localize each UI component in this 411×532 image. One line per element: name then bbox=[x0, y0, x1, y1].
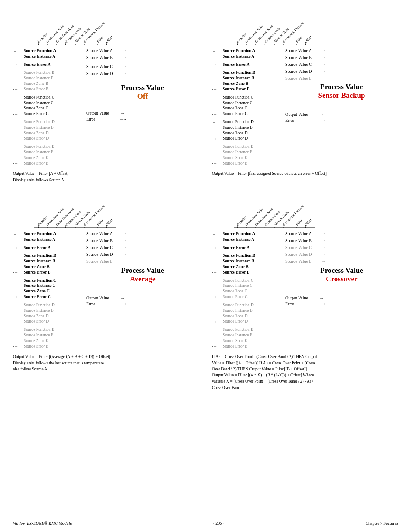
src-d2-br: Source Instance D bbox=[212, 308, 283, 314]
src-e1-bl: Source Function E bbox=[13, 327, 84, 333]
svg-text:↓: ↓ bbox=[237, 224, 239, 228]
val-c-arr-bl: → bbox=[122, 245, 127, 250]
svg-text:↓: ↓ bbox=[295, 40, 298, 45]
caption-bl-2: Display units follows the last source th… bbox=[13, 360, 199, 366]
spacer-tr bbox=[285, 103, 398, 112]
bottom-left-diagram: Function Cross Over Point Cross Over Ban… bbox=[13, 192, 199, 391]
src-fb-tr: Source Function B bbox=[223, 70, 255, 75]
svg-text:↓: ↓ bbox=[254, 224, 257, 228]
src-zd-br: Source Zone D bbox=[223, 314, 248, 319]
src-d1-bl: Source Function D bbox=[13, 302, 84, 308]
src-ic-tr: Source Instance C bbox=[223, 100, 252, 106]
caption-tl: Output Value = Filter [A + Offset] Displ… bbox=[13, 171, 199, 183]
src-fd-bl: Source Function D bbox=[24, 302, 55, 308]
svg-text:↓: ↓ bbox=[264, 40, 266, 45]
arrow-ee-tl: -→ bbox=[13, 161, 24, 165]
footer-page-number: • 205 • bbox=[213, 521, 224, 526]
src-ea1-bl: -→ Source Error A bbox=[13, 245, 84, 251]
src-erre-tr: Source Error E bbox=[223, 161, 247, 166]
src-grp-a-bl: → Source Function A Source Instance A bbox=[13, 231, 84, 243]
bottom-left-header: Function Cross Over Point Cross Over Ban… bbox=[26, 192, 199, 230]
src-b2-bl: Source Instance B bbox=[13, 258, 84, 264]
source-err-e-tl: Source Error E bbox=[24, 161, 48, 166]
source-b-line2: Source Instance B bbox=[13, 75, 84, 81]
src-fe-tr: Source Function E bbox=[223, 144, 253, 149]
bottom-right-header-svg: Function Cross Over Point Cross Over Ban… bbox=[225, 192, 320, 228]
bottom-right-values: Source Value A → Source Value B → Source… bbox=[283, 231, 398, 352]
val-c-bl: Source Value C → bbox=[86, 245, 199, 250]
src-zc-tr: Source Zone C bbox=[223, 106, 247, 111]
val-c-br: Source Value C → bbox=[285, 245, 398, 250]
val-a-br: Source Value A → bbox=[285, 231, 398, 236]
src-ed-tr: -→ Source Error D bbox=[212, 136, 283, 141]
src-grp-c-bl: → Source Function C Source Instance C So… bbox=[13, 278, 84, 300]
caption-br: If A <= Cross Over Point - (Cross Over B… bbox=[212, 354, 398, 391]
caption-br-1: If A <= Cross Over Point - (Cross Over B… bbox=[212, 354, 398, 360]
source-ed-line: Source Error D bbox=[13, 136, 84, 141]
src-e2-br: Source Instance E bbox=[212, 333, 283, 338]
src-e1-br: Source Function E bbox=[212, 327, 283, 333]
pv-br: Process Value Crossover bbox=[285, 266, 398, 283]
svg-text:↓: ↓ bbox=[55, 224, 58, 228]
arr-a-bl: → bbox=[13, 232, 24, 236]
val-c-arr-tl: → bbox=[122, 64, 127, 69]
pv-tr: Process Value Sensor Backup bbox=[285, 83, 398, 100]
src-d3-bl: Source Zone D bbox=[13, 314, 84, 319]
svg-text:↓: ↓ bbox=[55, 40, 58, 45]
arr-ea-tr: -→ bbox=[212, 62, 223, 67]
source-a-line2: Source Instance A bbox=[13, 54, 84, 59]
svg-text:↓: ↓ bbox=[305, 40, 307, 45]
src-fb-br: Source Function B bbox=[223, 253, 255, 258]
source-group-b-tl: Source Function B Source Instance B Sour… bbox=[13, 70, 84, 92]
src-fe-br: Source Function E bbox=[223, 327, 253, 333]
val-d-arr-bl: → bbox=[122, 252, 127, 257]
caption-br-6: Cross Over Band bbox=[212, 385, 398, 391]
val-a-arr-br: → bbox=[321, 231, 326, 236]
source-ec-line: -→ Source Error C bbox=[13, 111, 84, 117]
val-e-lbl-tr: Source Value E bbox=[285, 76, 320, 81]
err-lbl-bl: Error bbox=[86, 302, 118, 306]
err-row-br: Error --→ bbox=[285, 302, 398, 306]
src-errd-br: Source Error D bbox=[223, 319, 248, 324]
src-ee-tr: -→ Source Error E bbox=[212, 161, 283, 166]
src-zd-tr: Source Zone D bbox=[223, 131, 248, 136]
arr-ea-bl: -→ bbox=[13, 246, 24, 250]
arr-ed-tr: -→ bbox=[212, 137, 223, 141]
val-e-lbl-br: Source Value E bbox=[285, 259, 320, 264]
src-d3-br: Source Zone D bbox=[212, 314, 283, 319]
val-a-tl: Source Value A → bbox=[86, 48, 199, 53]
source-zone-d-tl: Source Zone D bbox=[24, 131, 49, 136]
arr-ee-tr: -→ bbox=[212, 161, 223, 165]
src-ie-br: Source Instance E bbox=[223, 333, 252, 338]
val-c-arr-br: → bbox=[321, 245, 326, 250]
svg-text:↓: ↓ bbox=[37, 40, 40, 45]
val-d-lbl-bl: Source Value D bbox=[86, 252, 121, 257]
out-lbl-bl: Output Value bbox=[86, 296, 118, 300]
src-e2-tr: Source Instance E bbox=[212, 149, 283, 155]
src-eb-tr: -→ Source Error B bbox=[212, 87, 283, 92]
top-left-sources: → Source Function A Source Instance A -→… bbox=[13, 48, 84, 168]
bottom-row: Function Cross Over Point Cross Over Ban… bbox=[13, 192, 398, 391]
source-b-line3: Source Zone B bbox=[13, 81, 84, 87]
src-errc-br: Source Error C bbox=[223, 294, 248, 300]
val-sep2-tl bbox=[86, 78, 199, 80]
val-b-bl: Source Value B → bbox=[86, 238, 199, 243]
svg-text:↓: ↓ bbox=[237, 40, 239, 45]
out-row-br: Output Value → bbox=[285, 296, 398, 300]
src-ia-br: Source Instance A bbox=[223, 237, 254, 243]
arr-b-tr: → bbox=[212, 70, 223, 75]
source-zone-b-tl: Source Zone B bbox=[24, 81, 48, 87]
arr-b-br: → bbox=[212, 253, 223, 258]
source-b-line1: Source Function B bbox=[13, 70, 84, 75]
src-c1-br: Source Function C bbox=[212, 278, 283, 283]
val-e-bl: Source Value E bbox=[86, 259, 199, 264]
middle-spacer bbox=[13, 183, 398, 192]
arrow-eb-tl: -→ bbox=[13, 87, 24, 91]
src-a1-br: → Source Function A bbox=[212, 231, 283, 237]
source-inst-b-tl: Source Instance B bbox=[24, 75, 53, 81]
src-a2-br: Source Instance A bbox=[212, 237, 283, 243]
src-c1-bl: → Source Function C bbox=[13, 278, 84, 283]
val-d-tl: Source Value D → bbox=[86, 71, 199, 76]
arr-a-br: → bbox=[212, 232, 223, 236]
pv-bl: Process Value Average bbox=[86, 266, 199, 283]
